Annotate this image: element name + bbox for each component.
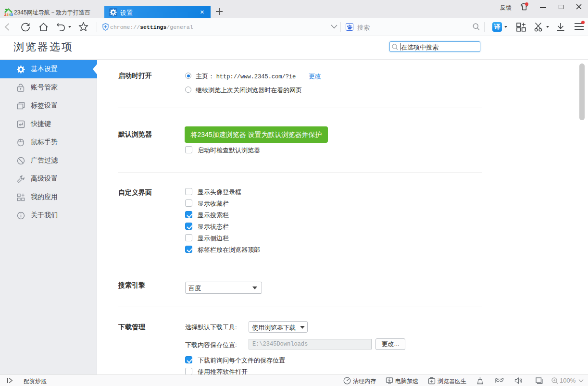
svg-text:5: 5 bbox=[11, 12, 13, 16]
